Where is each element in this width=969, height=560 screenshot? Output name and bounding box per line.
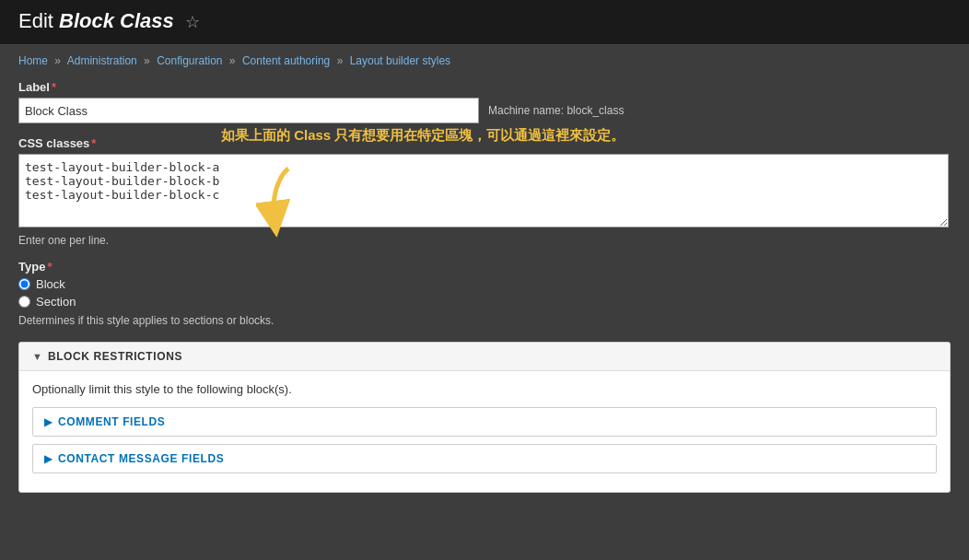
label-field-label: Label* [18, 80, 951, 94]
radio-section: Section [18, 295, 951, 309]
css-classes-form-group: CSS classes* test-layout-builder-block-a… [18, 136, 951, 247]
type-label: Type* [18, 260, 951, 274]
radio-section-label: Section [36, 295, 76, 309]
label-input-row: Machine name: block_class [18, 98, 951, 123]
breadcrumb-configuration[interactable]: Configuration [157, 54, 222, 67]
breadcrumb-layout-builder-styles[interactable]: Layout builder styles [350, 54, 450, 67]
radio-block: Block [18, 277, 951, 291]
breadcrumb-sep-2: » [144, 54, 150, 67]
collapsible-contact-arrow: ▶ [44, 452, 53, 465]
radio-block-label: Block [36, 277, 65, 291]
panel-header[interactable]: ▼ BLOCK RESTRICTIONS [19, 343, 950, 371]
annotation-text: 如果上面的 Class 只有想要用在特定區塊，可以通過這裡來設定。 [221, 127, 625, 145]
panel-description: Optionally limit this style to the follo… [32, 382, 937, 396]
collapsible-comment-arrow: ▶ [44, 415, 53, 428]
breadcrumb-home[interactable]: Home [18, 54, 48, 67]
collapsible-contact-fields: ▶ CONTACT MESSAGE FIELDS [32, 444, 937, 473]
radio-block-input[interactable] [18, 278, 30, 290]
panel-title: BLOCK RESTRICTIONS [48, 350, 182, 363]
label-form-group: Label* Machine name: block_class [18, 80, 951, 123]
title-prefix: Edit [18, 9, 59, 32]
label-input[interactable] [18, 98, 479, 123]
type-required-star: * [47, 260, 52, 274]
page-title: Edit Block Class ☆ [18, 9, 951, 33]
label-required-star: * [52, 80, 56, 94]
collapsible-comment-header[interactable]: ▶ COMMENT FIELDS [33, 408, 936, 436]
collapsible-contact-header[interactable]: ▶ CONTACT MESSAGE FIELDS [33, 445, 936, 472]
type-help-text: Determines if this style applies to sect… [18, 314, 951, 327]
collapsible-comment-fields: ▶ COMMENT FIELDS [32, 407, 937, 437]
panel-collapse-icon: ▼ [32, 351, 42, 362]
radio-section-input[interactable] [18, 296, 30, 308]
breadcrumb-administration[interactable]: Administration [67, 54, 137, 67]
title-em: Block Class [59, 9, 174, 32]
annotation-arrow [256, 164, 321, 240]
collapsible-comment-label: COMMENT FIELDS [58, 415, 165, 428]
collapsible-contact-label: CONTACT MESSAGE FIELDS [58, 452, 224, 465]
type-form-group: Type* Block Section Determines if this s… [18, 260, 951, 327]
star-icon[interactable]: ☆ [185, 13, 200, 31]
main-content: Home » Administration » Configuration » … [0, 45, 969, 511]
block-restrictions-panel: ▼ BLOCK RESTRICTIONS Optionally limit th… [18, 342, 951, 493]
breadcrumb-sep-1: » [54, 54, 61, 67]
type-radio-group: Block Section [18, 277, 951, 309]
breadcrumb: Home » Administration » Configuration » … [18, 54, 951, 67]
css-required-star: * [91, 136, 96, 150]
panel-body: Optionally limit this style to the follo… [19, 371, 950, 492]
breadcrumb-sep-4: » [337, 54, 344, 67]
breadcrumb-content-authoring[interactable]: Content authoring [242, 54, 330, 67]
page-header: Edit Block Class ☆ [0, 0, 969, 45]
css-classes-help-text: Enter one per line. [18, 234, 951, 247]
machine-name-text: Machine name: block_class [488, 104, 624, 117]
breadcrumb-sep-3: » [229, 54, 236, 67]
css-classes-textarea[interactable]: test-layout-builder-block-a test-layout-… [18, 154, 949, 228]
form-section: Label* Machine name: block_class CSS cla… [18, 80, 951, 493]
